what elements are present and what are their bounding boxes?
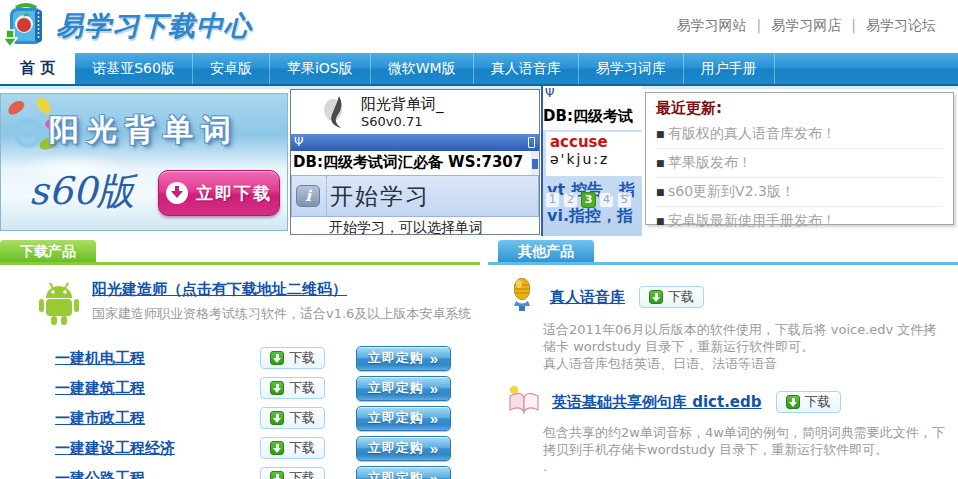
order-button[interactable]: 立即定购» xyxy=(356,436,451,461)
info-icon: i xyxy=(296,185,320,207)
update-item: ■s60更新到V2.3版！ xyxy=(656,178,943,207)
page-number: 2 xyxy=(563,192,578,208)
banner-edition: s60版 xyxy=(29,166,135,217)
menu-item-start-learning: i 开始学习 xyxy=(291,175,539,217)
page-number: 4 xyxy=(599,192,614,208)
chevron-right-icon: » xyxy=(430,470,439,479)
link-separator: | xyxy=(851,17,856,33)
order-button[interactable]: 立即定购» xyxy=(356,376,451,401)
item-link-shizheng[interactable]: 一建市政工程 xyxy=(55,409,260,428)
page-number-active: 3 xyxy=(581,192,596,208)
page-number: 1 xyxy=(545,192,560,208)
update-item: ■有版权的真人语音库发布！ xyxy=(656,120,943,149)
battery-icon xyxy=(528,137,535,148)
link-website[interactable]: 易学习网站 xyxy=(677,17,747,33)
nav-item-manual[interactable]: 用户手册 xyxy=(684,53,775,84)
download-row: 一建建设工程经济 下载 立即定购» xyxy=(0,433,480,463)
chevron-right-icon: » xyxy=(430,380,439,397)
content-area: 下载产品 xyxy=(0,240,958,479)
update-item: ■安卓版最新使用手册发布！ xyxy=(656,207,943,235)
app-version: S60v0.71 xyxy=(361,114,422,129)
page-header: 易学习下载中心 易学习网站|易学习网店|易学习论坛 xyxy=(0,0,958,53)
tab-other-products: 其他产品 xyxy=(498,240,594,262)
order-button[interactable]: 立即定购» xyxy=(356,406,451,431)
product-sentence-library: 英语基础共享例句库 dict.edb 下载 包含共享的约2w单词音标，4w单词的… xyxy=(488,384,958,475)
chevron-right-icon: » xyxy=(430,440,439,457)
app-screenshot-1: 阳光背单词_ S60v0.71 Ψ DB:四级考试词汇必备 WS:7307 i … xyxy=(290,89,540,235)
chevron-right-icon: » xyxy=(430,350,439,367)
pagination: 1 2 3 4 5 xyxy=(545,192,632,208)
download-button[interactable]: 下载 xyxy=(260,467,325,479)
backpack-logo-icon xyxy=(2,2,50,50)
db-line: DB:四级考试 xyxy=(543,104,642,130)
recent-updates-panel: 最近更新: ■有版权的真人语音库发布！ ■苹果版发布！ ■s60更新到V2.3版… xyxy=(645,92,954,225)
db-line: DB:四级考试词汇必备 WS:7307 xyxy=(291,151,539,175)
updates-title: 最近更新: xyxy=(656,99,943,118)
app-logo-icon xyxy=(319,94,357,136)
logo-text: 易学习下载中心 xyxy=(56,8,252,44)
bullet-icon: ■ xyxy=(656,129,665,139)
nav-item-ios[interactable]: 苹果iOS版 xyxy=(270,53,371,84)
product-android: 阳光建造师（点击有下载地址二维码） 国家建造师职业资格考试练习软件，适合v1.6… xyxy=(0,279,480,331)
download-row: 一建市政工程 下载 立即定购» xyxy=(0,403,480,433)
order-button[interactable]: 立即定购» xyxy=(356,346,451,371)
download-icon xyxy=(270,471,284,479)
main-nav: 首 页 诺基亚S60版 安卓版 苹果iOS版 微软WM版 真人语音库 易学习词库… xyxy=(0,53,958,86)
item-link-jingji[interactable]: 一建建设工程经济 xyxy=(55,439,260,458)
link-separator: | xyxy=(757,17,762,33)
product-desc: 国家建造师职业资格考试练习软件，适合v1.6及以上版本安卓系统 xyxy=(92,305,471,323)
bullet-icon: ■ xyxy=(656,158,665,168)
download-icon xyxy=(270,351,284,365)
download-arrow-icon xyxy=(166,182,188,204)
nav-item-nokia-s60[interactable]: 诺基亚S60版 xyxy=(75,53,193,84)
item-link-jidian[interactable]: 一建机电工程 xyxy=(55,349,260,368)
link-shop[interactable]: 易学习网店 xyxy=(771,17,841,33)
promo-banner: 阳光背单词 s60版 立即下载 xyxy=(0,93,288,231)
update-item: ■苹果版发布！ xyxy=(656,149,943,178)
product-desc: 包含共享的约2w单词音标，4w单词的例句，简明词典需要此文件，下 拷贝到手机存储… xyxy=(543,424,958,475)
order-button[interactable]: 立即定购» xyxy=(356,466,451,479)
download-row: 一建建筑工程 下载 立即定购» xyxy=(0,373,480,403)
nav-item-voice-library[interactable]: 真人语音库 xyxy=(474,53,579,84)
nav-item-home[interactable]: 首 页 xyxy=(0,53,75,84)
nav-item-wm[interactable]: 微软WM版 xyxy=(371,53,474,84)
other-products-section: 其他产品 真人语音库 下载 适合2011年06月以后 xyxy=(488,240,958,479)
download-button[interactable]: 下载 xyxy=(639,286,704,308)
product-voice-library: 真人语音库 下载 适合2011年06月以后版本的软件使用，下载后将 voice.… xyxy=(488,277,958,372)
item-link-gonglu[interactable]: 一建公路工程 xyxy=(55,469,260,479)
menu-subtext: 开始学习，可以选择单词 xyxy=(291,219,539,235)
banner-row: 阳光背单词 s60版 立即下载 阳光背单词_ S60v0.71 Ψ DB:四级考… xyxy=(0,86,958,238)
download-icon xyxy=(270,411,284,425)
product-link-voice[interactable]: 真人语音库 xyxy=(550,288,625,307)
download-icon xyxy=(270,441,284,455)
nav-item-android[interactable]: 安卓版 xyxy=(193,53,270,84)
phonetic: ə'kju:z xyxy=(550,151,642,167)
app-screenshot-2: Ψ DB:四级考试 accuse ə'kju:z vt.控告，指 vi.指控，指… xyxy=(541,86,642,236)
page-number: 5 xyxy=(617,192,632,208)
download-button[interactable]: 下载 xyxy=(260,377,325,399)
item-link-jianzhu[interactable]: 一建建筑工程 xyxy=(55,379,260,398)
chevron-right-icon: » xyxy=(430,410,439,427)
header-links: 易学习网站|易学习网店|易学习论坛 xyxy=(667,17,946,35)
word: accuse xyxy=(550,133,642,151)
microphone-icon xyxy=(506,277,538,317)
download-button[interactable]: 下载 xyxy=(260,347,325,369)
meaning-vi: vi.指控，指 xyxy=(547,206,633,227)
download-button[interactable]: 下载 xyxy=(260,437,325,459)
signal-icon: Ψ xyxy=(543,86,642,104)
banner-title: 阳光背单词 xyxy=(1,110,287,151)
product-link-builder[interactable]: 阳光建造师（点击有下载地址二维码） xyxy=(92,280,347,298)
banner-download-button[interactable]: 立即下载 xyxy=(158,170,280,216)
nav-item-dictionary[interactable]: 易学习词库 xyxy=(579,53,684,84)
link-forum[interactable]: 易学习论坛 xyxy=(866,17,936,33)
bullet-icon: ■ xyxy=(656,216,665,226)
bullet-icon: ■ xyxy=(656,187,665,197)
download-row: 一建公路工程 下载 立即定购» xyxy=(0,463,480,479)
signal-icon: Ψ xyxy=(294,134,303,151)
download-button[interactable]: 下载 xyxy=(260,407,325,429)
download-button[interactable]: 下载 xyxy=(776,391,841,413)
status-bar: Ψ xyxy=(291,134,539,151)
product-link-dict[interactable]: 英语基础共享例句库 dict.edb xyxy=(552,393,762,412)
download-icon xyxy=(270,381,284,395)
download-icon xyxy=(649,290,663,304)
